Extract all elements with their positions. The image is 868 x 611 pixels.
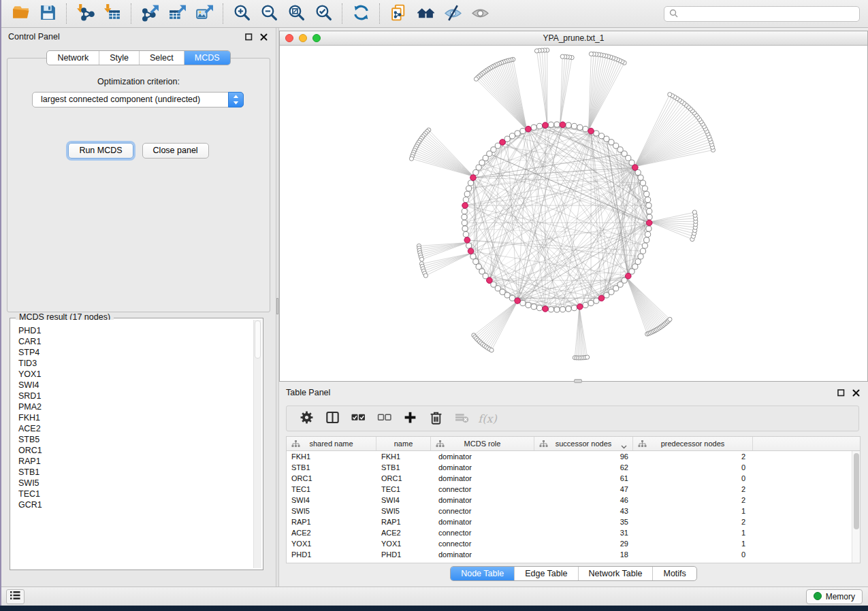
- table-cell[interactable]: PHD1: [376, 549, 431, 560]
- table-cell[interactable]: ORC1: [287, 473, 376, 484]
- table-row[interactable]: STB1STB1dominator620: [287, 462, 860, 473]
- open-session-button[interactable]: [7, 2, 34, 25]
- table-cell[interactable]: SWI4: [376, 495, 431, 506]
- table-cell[interactable]: SWI5: [376, 506, 431, 516]
- table-cell[interactable]: 2: [633, 495, 753, 506]
- column-header-MCDS-role[interactable]: MCDS role: [431, 437, 534, 450]
- table-cell[interactable]: 1: [633, 527, 753, 538]
- search-box[interactable]: [664, 6, 860, 22]
- close-panel-icon[interactable]: [260, 33, 268, 41]
- table-cell[interactable]: dominator: [431, 473, 534, 484]
- table-cell[interactable]: 35: [534, 516, 633, 527]
- add-column-button[interactable]: [402, 411, 417, 426]
- table-scroll-thumb[interactable]: [854, 453, 859, 529]
- table-settings-button[interactable]: [299, 411, 314, 426]
- mcds-result-item[interactable]: ACE2: [18, 423, 261, 434]
- table-cell[interactable]: 2: [633, 451, 753, 462]
- table-cell[interactable]: dominator: [431, 451, 534, 462]
- show-panels-button[interactable]: [6, 589, 25, 604]
- export-image-button[interactable]: [191, 2, 218, 25]
- table-cell[interactable]: dominator: [431, 462, 534, 473]
- table-cell[interactable]: 2: [633, 516, 753, 527]
- tab-select[interactable]: Select: [139, 51, 184, 65]
- mcds-result-item[interactable]: CAR1: [18, 336, 261, 347]
- hide-selected-button[interactable]: [439, 2, 466, 25]
- table-cell[interactable]: SWI5: [287, 506, 376, 516]
- minimize-window-icon[interactable]: [299, 34, 307, 42]
- mcds-result-item[interactable]: TEC1: [18, 489, 261, 499]
- column-header-predecessor-nodes[interactable]: predecessor nodes: [633, 437, 753, 450]
- splitter-grip-h[interactable]: [574, 379, 582, 383]
- duplicate-network-button[interactable]: [385, 2, 412, 25]
- tab-motifs[interactable]: Motifs: [652, 567, 696, 580]
- zoom-out-button[interactable]: [255, 2, 283, 25]
- table-cell[interactable]: dominator: [431, 495, 534, 506]
- table-cell[interactable]: 62: [534, 462, 633, 473]
- first-neighbors-button[interactable]: [412, 2, 439, 25]
- tab-style[interactable]: Style: [99, 51, 139, 65]
- table-cell[interactable]: 18: [534, 549, 633, 560]
- memory-button[interactable]: Memory: [806, 589, 863, 604]
- table-cell[interactable]: 2: [633, 484, 753, 495]
- tab-network-table[interactable]: Network Table: [578, 567, 653, 580]
- tab-mcds[interactable]: MCDS: [184, 51, 230, 65]
- show-all-button[interactable]: [466, 2, 494, 25]
- mcds-list-scroll-thumb[interactable]: [255, 320, 261, 359]
- table-cell[interactable]: 61: [534, 473, 633, 484]
- table-row[interactable]: PHD1PHD1dominator180: [287, 549, 860, 560]
- import-network-button[interactable]: [71, 2, 99, 25]
- save-session-button[interactable]: [34, 2, 61, 25]
- table-cell[interactable]: FKH1: [287, 451, 376, 462]
- export-network-button[interactable]: [136, 2, 163, 25]
- table-cell[interactable]: RAP1: [287, 516, 376, 527]
- network-graph[interactable]: [280, 46, 867, 381]
- table-cell[interactable]: STB1: [376, 462, 431, 473]
- close-panel-icon[interactable]: [852, 389, 860, 397]
- mcds-list-scrollbar[interactable]: [253, 320, 261, 568]
- search-input[interactable]: [681, 10, 854, 19]
- mcds-result-item[interactable]: STB5: [18, 434, 261, 445]
- table-cell[interactable]: STB1: [287, 462, 376, 473]
- table-cell[interactable]: 96: [534, 451, 633, 462]
- mcds-result-item[interactable]: FKH1: [18, 412, 261, 423]
- tab-edge-table[interactable]: Edge Table: [514, 567, 577, 580]
- table-cell[interactable]: 1: [633, 538, 753, 549]
- split-pane-button[interactable]: [325, 411, 340, 426]
- mcds-result-item[interactable]: TID3: [18, 358, 261, 369]
- table-cell[interactable]: YOX1: [376, 538, 431, 549]
- tab-node-table[interactable]: Node Table: [451, 567, 514, 580]
- mcds-result-item[interactable]: PMA2: [18, 401, 261, 412]
- table-cell[interactable]: connector: [431, 484, 534, 495]
- table-cell[interactable]: ORC1: [376, 473, 431, 484]
- table-cell[interactable]: TEC1: [376, 484, 431, 495]
- column-header-successor-nodes[interactable]: successor nodes: [534, 437, 633, 450]
- table-cell[interactable]: YOX1: [287, 538, 376, 549]
- close-window-icon[interactable]: [285, 34, 293, 42]
- zoom-selected-button[interactable]: [310, 2, 337, 25]
- mcds-result-item[interactable]: PHD1: [18, 325, 261, 336]
- table-cell[interactable]: dominator: [431, 549, 534, 560]
- mcds-result-item[interactable]: STB1: [18, 467, 261, 478]
- table-cell[interactable]: connector: [431, 527, 534, 538]
- import-table-button[interactable]: [99, 2, 126, 25]
- table-cell[interactable]: 0: [633, 473, 753, 484]
- table-cell[interactable]: 0: [633, 549, 753, 560]
- table-scrollbar[interactable]: [852, 451, 860, 563]
- table-row[interactable]: YOX1YOX1connector291: [287, 538, 860, 549]
- zoom-fit-button[interactable]: [283, 2, 310, 25]
- mcds-result-item[interactable]: GCR1: [18, 499, 261, 510]
- table-cell[interactable]: 46: [534, 495, 633, 506]
- table-row[interactable]: FKH1FKH1dominator962: [287, 451, 860, 462]
- refresh-button[interactable]: [347, 2, 374, 25]
- table-cell[interactable]: ACE2: [376, 527, 431, 538]
- table-cell[interactable]: ACE2: [287, 527, 376, 538]
- close-panel-button[interactable]: Close panel: [142, 143, 209, 159]
- mcds-result-item[interactable]: RAP1: [18, 456, 261, 467]
- column-header-name[interactable]: name: [376, 437, 431, 450]
- table-cell[interactable]: PHD1: [287, 549, 376, 560]
- deselect-all-button[interactable]: [376, 411, 391, 426]
- zoom-in-button[interactable]: [228, 2, 255, 25]
- table-cell[interactable]: 1: [633, 506, 753, 516]
- table-row[interactable]: ORC1ORC1dominator610: [287, 473, 860, 484]
- select-all-button[interactable]: [351, 411, 366, 426]
